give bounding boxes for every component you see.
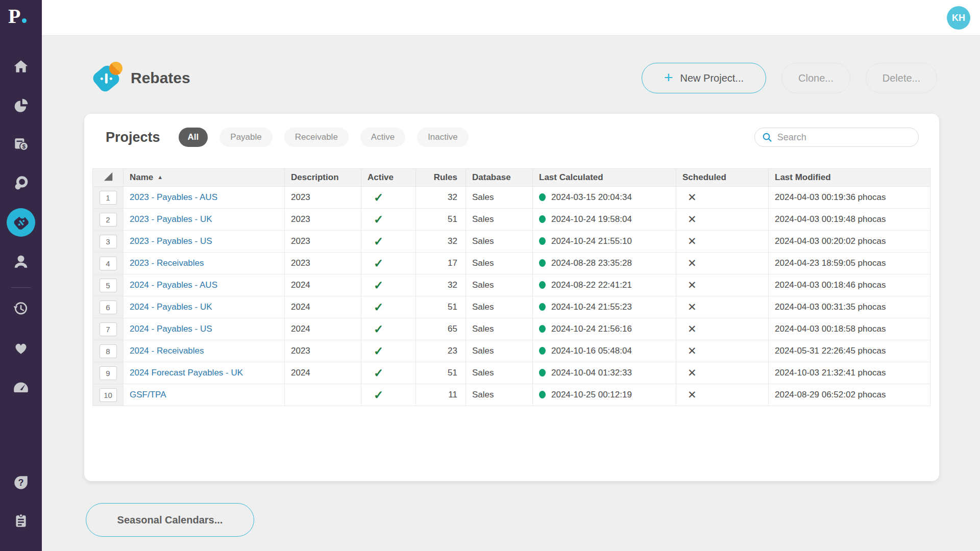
dashboard-icon	[12, 379, 30, 396]
rules-cell: 11	[416, 384, 466, 406]
scheduled-cell: ✕	[676, 296, 769, 318]
row-number[interactable]: 7	[100, 322, 117, 336]
pie-chart-icon	[13, 97, 29, 114]
column-header-description[interactable]: Description	[285, 169, 361, 187]
home-icon	[13, 58, 29, 74]
column-header-database[interactable]: Database	[466, 169, 533, 187]
page-title: Rebates	[131, 69, 190, 87]
project-link[interactable]: 2023 - Receivables	[130, 258, 204, 268]
rules-cell: 32	[416, 231, 466, 253]
project-name-cell: 2024 - Receivables	[124, 340, 285, 362]
project-link[interactable]: 2024 - Payables - AUS	[130, 280, 217, 290]
row-select-cell: 6	[93, 296, 124, 318]
description-cell: 2024	[285, 274, 361, 296]
sidebar-item-financial-statements[interactable]: $	[0, 136, 42, 153]
x-icon: ✕	[688, 279, 697, 291]
select-all-header[interactable]	[93, 169, 124, 187]
scheduled-cell: ✕	[676, 340, 769, 362]
check-icon: ✓	[374, 344, 383, 358]
column-header-name[interactable]: Name▲	[124, 169, 285, 187]
filter-chip-all[interactable]: All	[179, 128, 208, 147]
column-header-scheduled[interactable]: Scheduled	[676, 169, 769, 187]
project-link[interactable]: 2023 - Payables - AUS	[130, 192, 217, 202]
x-icon: ✕	[688, 389, 697, 400]
user-avatar[interactable]: KH	[947, 6, 970, 30]
database-cell: Sales	[466, 362, 533, 384]
sidebar-item-users[interactable]	[0, 253, 42, 270]
table-header-row: Name▲ Description Active Rules Database …	[93, 169, 930, 187]
help-icon: ?	[12, 474, 30, 491]
row-number[interactable]: 10	[100, 388, 117, 402]
logo-dot-icon	[22, 18, 27, 23]
project-link[interactable]: GSF/TPA	[130, 390, 166, 399]
delete-button[interactable]: Delete...	[866, 63, 937, 93]
new-project-button[interactable]: + New Project...	[642, 63, 766, 93]
row-number[interactable]: 8	[100, 344, 117, 358]
database-cell: Sales	[466, 187, 533, 209]
last-calculated-cell: 2024-10-24 21:55:10	[533, 231, 676, 253]
row-number[interactable]: 3	[100, 235, 117, 248]
check-icon: ✓	[374, 235, 383, 248]
projects-title: Projects	[106, 130, 160, 145]
filter-chip-inactive[interactable]: Inactive	[417, 128, 469, 147]
table-row: 52024 - Payables - AUS2024✓32Sales2024-0…	[93, 274, 930, 296]
scheduled-cell: ✕	[676, 209, 769, 231]
search-input[interactable]	[777, 132, 911, 143]
x-icon: ✕	[688, 257, 697, 269]
project-link[interactable]: 2024 - Receivables	[130, 346, 204, 356]
rules-cell: 32	[416, 187, 466, 209]
filter-chip-receivable[interactable]: Receivable	[284, 128, 349, 147]
row-number[interactable]: 1	[100, 191, 117, 205]
sidebar-item-home[interactable]	[0, 58, 42, 75]
column-header-rules[interactable]: Rules	[416, 169, 466, 187]
row-select-cell: 5	[93, 274, 124, 296]
row-select-cell: 10	[93, 384, 124, 406]
table-row: 10GSF/TPA✓11Sales2024-10-25 00:12:19✕202…	[93, 384, 930, 406]
database-cell: Sales	[466, 274, 533, 296]
project-name-cell: 2024 - Payables - US	[124, 318, 285, 340]
sidebar-item-sync[interactable]	[0, 174, 42, 192]
sidebar-item-tasks[interactable]	[0, 512, 42, 530]
filter-chip-payable[interactable]: Payable	[219, 128, 272, 147]
project-link[interactable]: 2024 - Payables - UK	[130, 302, 212, 312]
project-name-cell: GSF/TPA	[124, 384, 285, 406]
project-link[interactable]: 2024 Forecast Payables - UK	[130, 368, 243, 378]
row-number[interactable]: 4	[100, 257, 117, 270]
column-header-active[interactable]: Active	[361, 169, 416, 187]
sync-icon	[13, 175, 29, 191]
column-header-last-calculated[interactable]: Last Calculated	[533, 169, 676, 187]
sidebar-item-dashboards[interactable]	[0, 379, 42, 396]
database-cell: Sales	[466, 340, 533, 362]
sidebar-item-favorites[interactable]	[0, 339, 42, 357]
active-cell: ✓	[361, 253, 416, 274]
row-number[interactable]: 6	[100, 300, 117, 314]
sidebar-item-analytics[interactable]	[0, 97, 42, 114]
rules-cell: 51	[416, 362, 466, 384]
active-cell: ✓	[361, 296, 416, 318]
column-header-last-modified[interactable]: Last Modified	[769, 169, 930, 187]
project-link[interactable]: 2023 - Payables - UK	[130, 214, 212, 224]
filter-chip-active[interactable]: Active	[360, 128, 405, 147]
row-number[interactable]: 9	[100, 366, 117, 380]
description-cell: 2024	[285, 318, 361, 340]
row-number[interactable]: 2	[100, 213, 117, 227]
sidebar-item-history[interactable]	[0, 300, 42, 317]
seasonal-calendars-button[interactable]: Seasonal Calendars...	[86, 503, 254, 537]
last-modified-cell: 2024-04-03 00:31:35 phocas	[769, 296, 930, 318]
project-link[interactable]: 2024 - Payables - US	[130, 324, 212, 334]
x-icon: ✕	[688, 191, 697, 203]
top-bar: KH	[42, 0, 980, 36]
search-box[interactable]	[754, 128, 919, 147]
main-content: Rebates + New Project... Clone... Delete…	[42, 36, 980, 551]
tasks-icon	[13, 513, 29, 529]
clone-button[interactable]: Clone...	[781, 63, 850, 93]
last-modified-cell: 2024-08-29 06:52:02 phocas	[769, 384, 930, 406]
app-logo[interactable]: P	[8, 4, 27, 28]
x-icon: ✕	[688, 367, 697, 379]
sidebar-item-help[interactable]: ?	[0, 474, 42, 491]
database-cell: Sales	[466, 296, 533, 318]
project-link[interactable]: 2023 - Payables - US	[130, 236, 212, 246]
sidebar-item-rebates[interactable]	[7, 208, 35, 237]
row-number[interactable]: 5	[100, 279, 117, 292]
page-header: Rebates + New Project... Clone... Delete…	[93, 62, 937, 94]
